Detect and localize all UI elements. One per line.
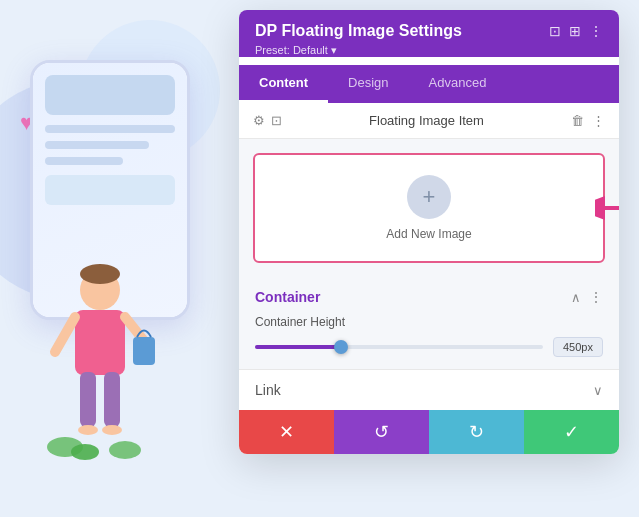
panel-title: DP Floating Image Settings — [255, 22, 462, 40]
tab-design[interactable]: Design — [328, 65, 408, 103]
height-value: 450px — [553, 337, 603, 357]
tabs-bar: Content Design Advanced — [239, 65, 619, 103]
svg-rect-7 — [104, 372, 120, 427]
panel-preset[interactable]: Preset: Default ▾ — [255, 44, 603, 57]
link-section[interactable]: Link ∨ — [239, 369, 619, 410]
slider-thumb[interactable] — [334, 340, 348, 354]
bottom-toolbar: ✕ ↺ ↻ ✓ — [239, 410, 619, 454]
container-section: Container ∧ ⋮ Container Height 450px — [239, 277, 619, 369]
save-icon: ✓ — [564, 421, 579, 443]
height-slider-row: 450px — [255, 337, 603, 357]
item-bar: ⚙ ⊡ Floating Image Item 🗑 ⋮ — [239, 103, 619, 139]
arrow-indicator — [595, 183, 619, 233]
panel-body: ⚙ ⊡ Floating Image Item 🗑 ⋮ + Add New Im… — [239, 103, 619, 410]
redo-button[interactable]: ↻ — [429, 410, 524, 454]
link-chevron[interactable]: ∨ — [593, 383, 603, 398]
tab-content[interactable]: Content — [239, 65, 328, 103]
svg-point-1 — [80, 264, 120, 284]
height-slider[interactable] — [255, 345, 543, 349]
settings-icon[interactable]: ⚙ — [253, 113, 265, 128]
svg-rect-2 — [75, 310, 125, 375]
panel-header-icons: ⊡ ⊞ ⋮ — [549, 23, 603, 39]
slider-fill — [255, 345, 341, 349]
item-more-icon[interactable]: ⋮ — [592, 113, 605, 128]
svg-rect-6 — [80, 372, 96, 427]
svg-rect-5 — [133, 337, 155, 365]
settings-panel: DP Floating Image Settings ⊡ ⊞ ⋮ Preset:… — [239, 10, 619, 454]
section-header: Container ∧ ⋮ — [255, 289, 603, 305]
redo-icon: ↻ — [469, 421, 484, 443]
cancel-button[interactable]: ✕ — [239, 410, 334, 454]
plus-icon: + — [423, 186, 436, 208]
svg-point-11 — [71, 444, 99, 460]
svg-point-9 — [102, 425, 122, 435]
cancel-icon: ✕ — [279, 421, 294, 443]
duplicate-icon[interactable]: ⊡ — [271, 113, 282, 128]
preset-arrow: ▾ — [331, 44, 337, 56]
undo-button[interactable]: ↺ — [334, 410, 429, 454]
panel-header: DP Floating Image Settings ⊡ ⊞ ⋮ Preset:… — [239, 10, 619, 57]
section-chevron[interactable]: ∧ — [571, 290, 581, 305]
undo-icon: ↺ — [374, 421, 389, 443]
more-icon[interactable]: ⋮ — [589, 23, 603, 39]
svg-point-12 — [109, 441, 141, 459]
section-more[interactable]: ⋮ — [589, 289, 603, 305]
item-bar-label: Floating Image Item — [290, 113, 563, 128]
tab-advanced[interactable]: Advanced — [409, 65, 507, 103]
background-illustration: ♥ ♥ ♥ — [0, 0, 270, 517]
add-image-wrapper: + Add New Image — [253, 153, 605, 263]
add-image-label: Add New Image — [386, 227, 471, 241]
save-button[interactable]: ✓ — [524, 410, 619, 454]
section-header-icons: ∧ ⋮ — [571, 289, 603, 305]
add-image-area[interactable]: + Add New Image — [253, 153, 605, 263]
link-label: Link — [255, 382, 281, 398]
section-title: Container — [255, 289, 320, 305]
item-bar-right-icons: 🗑 ⋮ — [571, 113, 605, 128]
trash-icon[interactable]: 🗑 — [571, 113, 584, 128]
character-figure — [45, 262, 155, 462]
svg-line-3 — [55, 317, 75, 352]
add-image-circle: + — [407, 175, 451, 219]
item-bar-left-icons: ⚙ ⊡ — [253, 113, 282, 128]
height-field-label: Container Height — [255, 315, 603, 329]
window-icon[interactable]: ⊡ — [549, 23, 561, 39]
svg-point-8 — [78, 425, 98, 435]
expand-icon[interactable]: ⊞ — [569, 23, 581, 39]
